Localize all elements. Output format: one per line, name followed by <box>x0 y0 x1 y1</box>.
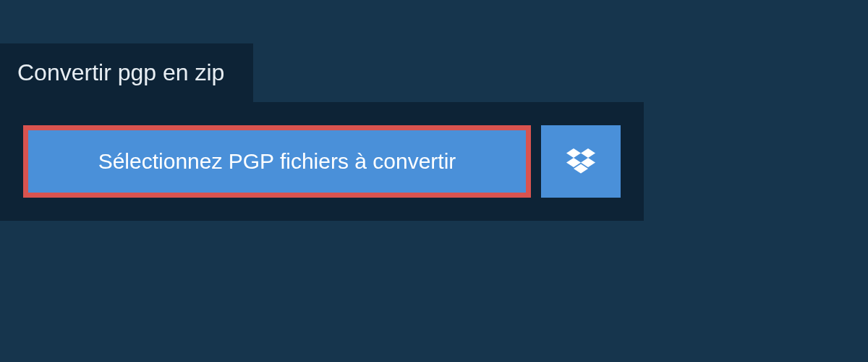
select-files-label: Sélectionnez PGP fichiers à convertir <box>98 149 456 174</box>
dropbox-button[interactable] <box>541 125 621 198</box>
select-files-button[interactable]: Sélectionnez PGP fichiers à convertir <box>23 125 531 198</box>
tab-header: Convertir pgp en zip <box>0 0 868 102</box>
button-row: Sélectionnez PGP fichiers à convertir <box>23 125 621 198</box>
tab-convert[interactable]: Convertir pgp en zip <box>0 43 253 102</box>
tab-label: Convertir pgp en zip <box>17 59 224 85</box>
dropbox-icon <box>566 148 595 174</box>
convert-panel: Sélectionnez PGP fichiers à convertir <box>0 102 644 221</box>
